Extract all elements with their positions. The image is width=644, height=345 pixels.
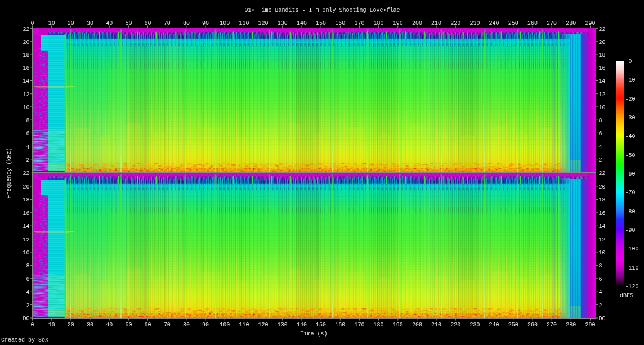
svg-text:14: 14 <box>599 78 606 84</box>
svg-text:290: 290 <box>585 20 595 26</box>
svg-text:-80: -80 <box>625 209 636 215</box>
svg-text:200: 200 <box>412 20 422 26</box>
svg-text:250: 250 <box>508 322 518 328</box>
svg-text:50: 50 <box>125 20 132 26</box>
svg-text:Frequency (kHz): Frequency (kHz) <box>6 147 12 198</box>
svg-text:12: 12 <box>23 92 29 98</box>
svg-text:8: 8 <box>26 118 29 124</box>
svg-text:100: 100 <box>220 322 230 328</box>
svg-text:60: 60 <box>144 20 151 26</box>
svg-text:110: 110 <box>239 20 249 26</box>
svg-text:160: 160 <box>335 322 345 328</box>
svg-text:120: 120 <box>258 20 269 26</box>
svg-text:14: 14 <box>23 78 29 84</box>
svg-text:160: 160 <box>335 20 345 26</box>
svg-text:dBFS: dBFS <box>620 293 633 299</box>
svg-text:14: 14 <box>23 223 29 230</box>
svg-text:30: 30 <box>87 20 93 26</box>
svg-text:0: 0 <box>30 322 34 328</box>
svg-text:130: 130 <box>278 322 288 328</box>
svg-text:6: 6 <box>599 131 602 137</box>
svg-text:8: 8 <box>599 118 602 124</box>
svg-text:-110: -110 <box>625 265 639 271</box>
svg-text:90: 90 <box>202 20 209 26</box>
svg-text:140: 140 <box>297 20 307 26</box>
svg-text:270: 270 <box>547 322 557 328</box>
svg-text:210: 210 <box>431 322 441 328</box>
svg-text:90: 90 <box>202 322 209 328</box>
svg-text:10: 10 <box>48 20 55 26</box>
svg-text:110: 110 <box>239 322 249 328</box>
svg-text:280: 280 <box>566 20 576 26</box>
svg-text:+0: +0 <box>625 59 632 65</box>
svg-text:200: 200 <box>412 322 422 328</box>
svg-text:2: 2 <box>599 303 602 309</box>
svg-text:70: 70 <box>164 322 171 328</box>
svg-text:0: 0 <box>30 20 34 26</box>
svg-text:40: 40 <box>106 322 113 328</box>
svg-text:180: 180 <box>374 322 384 328</box>
svg-text:4: 4 <box>26 289 29 295</box>
svg-text:40: 40 <box>106 20 113 26</box>
svg-text:6: 6 <box>26 131 29 137</box>
svg-text:20: 20 <box>599 39 606 46</box>
svg-text:20: 20 <box>599 184 606 190</box>
svg-text:22: 22 <box>23 171 29 177</box>
svg-text:-60: -60 <box>625 171 636 177</box>
svg-text:12: 12 <box>599 92 606 98</box>
svg-text:210: 210 <box>431 20 441 26</box>
svg-text:-20: -20 <box>625 96 636 102</box>
svg-text:70: 70 <box>164 20 171 26</box>
svg-text:10: 10 <box>48 322 55 328</box>
svg-text:20: 20 <box>23 39 29 46</box>
svg-text:16: 16 <box>23 65 29 71</box>
svg-text:2: 2 <box>599 157 602 163</box>
svg-text:130: 130 <box>278 20 288 26</box>
svg-text:6: 6 <box>26 276 29 283</box>
svg-text:140: 140 <box>297 322 307 328</box>
svg-text:100: 100 <box>220 20 230 26</box>
svg-text:Time (s): Time (s) <box>300 331 327 337</box>
svg-text:16: 16 <box>599 65 606 71</box>
svg-text:170: 170 <box>354 20 364 26</box>
svg-text:2: 2 <box>26 157 29 163</box>
svg-text:220: 220 <box>450 20 460 26</box>
svg-text:8: 8 <box>599 263 602 269</box>
svg-text:18: 18 <box>23 197 29 203</box>
svg-text:-90: -90 <box>625 227 636 234</box>
svg-text:12: 12 <box>599 237 606 243</box>
svg-text:Created by SoX: Created by SoX <box>1 337 48 343</box>
svg-text:-30: -30 <box>625 115 636 121</box>
svg-text:-10: -10 <box>625 77 636 83</box>
svg-text:8: 8 <box>26 263 29 269</box>
svg-text:4: 4 <box>599 144 602 150</box>
svg-text:18: 18 <box>599 197 606 203</box>
svg-text:220: 220 <box>450 322 460 328</box>
svg-text:280: 280 <box>566 322 576 328</box>
svg-text:290: 290 <box>585 322 595 328</box>
svg-text:2: 2 <box>26 303 29 309</box>
svg-text:-120: -120 <box>625 284 639 290</box>
svg-text:20: 20 <box>23 184 29 190</box>
svg-text:18: 18 <box>599 52 606 59</box>
svg-text:150: 150 <box>316 322 326 328</box>
svg-text:190: 190 <box>393 322 403 328</box>
svg-text:4: 4 <box>599 289 602 295</box>
svg-text:14: 14 <box>599 223 606 230</box>
svg-text:18: 18 <box>23 52 29 59</box>
svg-text:10: 10 <box>23 250 29 256</box>
svg-text:22: 22 <box>23 26 29 33</box>
svg-text:20: 20 <box>68 20 74 26</box>
svg-text:12: 12 <box>23 237 29 243</box>
svg-text:250: 250 <box>508 20 518 26</box>
svg-text:20: 20 <box>68 322 74 328</box>
svg-text:270: 270 <box>547 20 557 26</box>
svg-text:10: 10 <box>599 250 606 256</box>
svg-text:120: 120 <box>258 322 269 328</box>
svg-text:10: 10 <box>599 105 606 111</box>
svg-text:-50: -50 <box>625 153 636 159</box>
svg-text:180: 180 <box>374 20 384 26</box>
svg-text:230: 230 <box>469 322 480 328</box>
svg-text:230: 230 <box>469 20 480 26</box>
svg-text:260: 260 <box>527 322 538 328</box>
